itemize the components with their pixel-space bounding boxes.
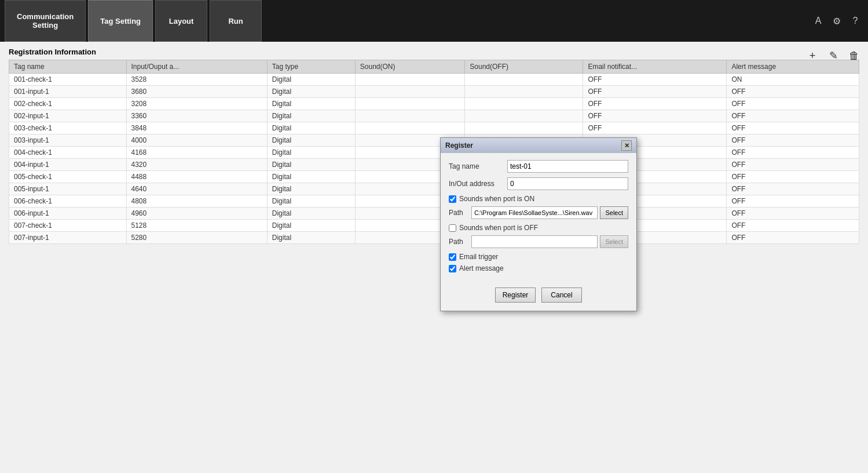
inout-row: In/Out address: [449, 177, 628, 190]
path-on-row: Path Select: [449, 206, 628, 219]
sound-on-label: Sounds when port is ON: [459, 195, 534, 203]
path-on-input[interactable]: [471, 206, 598, 219]
register-dialog: Register ✕ Tag name In/Out address: [440, 137, 637, 311]
select-on-button[interactable]: Select: [600, 206, 628, 219]
inout-input[interactable]: [507, 177, 628, 190]
dialog-footer: Register Cancel: [441, 283, 636, 311]
cancel-button[interactable]: Cancel: [541, 288, 582, 303]
email-trigger-label: Email trigger: [459, 253, 498, 261]
dialog-titlebar: Register ✕: [441, 138, 636, 153]
nav-communication-setting[interactable]: CommunicationSetting: [5, 0, 86, 42]
alert-message-checkbox[interactable]: [449, 265, 456, 272]
path-off-row: Path Select: [449, 235, 628, 248]
help-icon[interactable]: ?: [848, 14, 862, 28]
nav-tag-setting[interactable]: Tag Setting: [88, 0, 153, 42]
nav-run[interactable]: Run: [210, 0, 262, 42]
tag-name-input[interactable]: [507, 160, 628, 173]
email-trigger-row: Email trigger: [449, 253, 628, 261]
topbar: CommunicationSetting Tag Setting Layout …: [0, 0, 868, 42]
main-content: + ✎ 🗑 Registration Information Tag name …: [0, 42, 868, 473]
settings-icon[interactable]: ⚙: [830, 14, 844, 28]
nav-layout[interactable]: Layout: [155, 0, 207, 42]
sound-off-label: Sounds when port is OFF: [459, 224, 538, 232]
dialog-close-button[interactable]: ✕: [621, 140, 632, 151]
alert-message-label: Alert message: [459, 264, 504, 272]
path-off-input[interactable]: [471, 235, 598, 248]
dialog-overlay: Register ✕ Tag name In/Out address: [0, 42, 868, 473]
dialog-title: Register: [445, 141, 473, 150]
sound-off-row: Sounds when port is OFF: [449, 224, 628, 232]
inout-label: In/Out address: [449, 180, 504, 188]
alert-message-row: Alert message: [449, 264, 628, 272]
sound-on-row: Sounds when port is ON: [449, 195, 628, 203]
register-button[interactable]: Register: [495, 288, 536, 303]
path-off-label: Path: [449, 238, 469, 246]
sound-on-checkbox[interactable]: [449, 195, 456, 203]
select-off-button[interactable]: Select: [600, 235, 628, 248]
font-icon[interactable]: A: [811, 14, 825, 28]
sound-off-checkbox[interactable]: [449, 224, 456, 232]
tag-name-row: Tag name: [449, 160, 628, 173]
topbar-icons: A ⚙ ?: [811, 14, 862, 28]
tag-name-label: Tag name: [449, 162, 504, 170]
email-trigger-checkbox[interactable]: [449, 253, 456, 261]
path-on-label: Path: [449, 209, 469, 217]
dialog-body: Tag name In/Out address Sounds when port…: [441, 153, 636, 283]
